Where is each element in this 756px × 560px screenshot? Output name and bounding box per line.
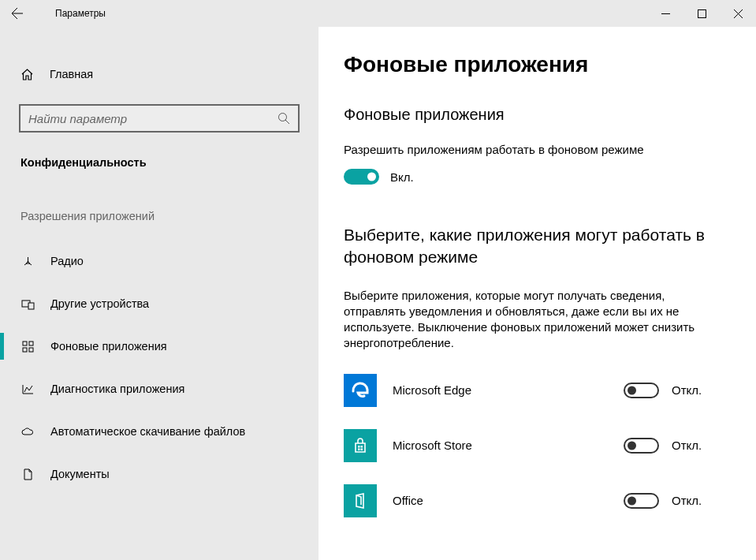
svg-rect-6 <box>28 303 34 309</box>
app-row-edge: Microsoft Edge Откл. <box>344 374 726 407</box>
svg-rect-1 <box>698 9 706 17</box>
search-icon <box>277 112 290 125</box>
cloud-icon <box>20 425 35 439</box>
app-toggle-state: Откл. <box>672 439 702 452</box>
maximize-button[interactable] <box>683 0 720 27</box>
sidebar-section: Конфиденциальность <box>20 156 318 169</box>
svg-rect-8 <box>29 342 33 345</box>
svg-rect-10 <box>29 348 33 352</box>
home-icon <box>20 68 34 81</box>
content-pane: Фоновые приложения Фоновые приложения Ра… <box>318 27 756 560</box>
apps-grid-icon <box>20 340 35 353</box>
svg-rect-14 <box>361 448 363 450</box>
sidebar-item-label: Диагностика приложения <box>50 383 184 395</box>
svg-rect-9 <box>23 348 27 352</box>
sidebar-item-label: Радио <box>50 255 84 267</box>
app-toggle-state: Откл. <box>672 494 702 507</box>
sidebar-item-radio[interactable]: Радио <box>0 240 318 282</box>
svg-rect-7 <box>23 342 27 345</box>
sidebar: Главная Конфиденциальность Разрешения пр… <box>0 27 318 560</box>
sidebar-item-label: Документы <box>50 468 110 480</box>
master-toggle[interactable] <box>344 169 379 185</box>
svg-rect-11 <box>358 446 360 448</box>
home-label: Главная <box>50 68 93 80</box>
app-list-description: Выберите приложения, которые могут получ… <box>344 288 726 352</box>
sidebar-item-label: Другие устройства <box>50 297 149 310</box>
sidebar-subsection: Разрешения приложений <box>20 210 318 222</box>
app-row-store: Microsoft Store Откл. <box>344 429 726 462</box>
app-list-title: Выберите, какие приложения могут работат… <box>344 224 706 269</box>
app-toggle[interactable] <box>624 493 659 509</box>
search-input[interactable] <box>28 112 277 125</box>
app-toggle[interactable] <box>624 438 659 454</box>
caption-buttons <box>647 0 756 27</box>
svg-rect-12 <box>361 446 363 448</box>
radio-icon <box>20 255 35 268</box>
master-toggle-state: Вкл. <box>390 170 414 184</box>
store-app-icon <box>344 429 377 462</box>
app-name: Office <box>393 494 608 507</box>
sidebar-item-other-devices[interactable]: Другие устройства <box>0 282 318 325</box>
section-description: Разрешить приложениям работать в фоновом… <box>344 143 726 156</box>
sidebar-item-documents[interactable]: Документы <box>0 453 318 495</box>
back-button[interactable] <box>0 0 35 27</box>
sidebar-item-app-diagnostics[interactable]: Диагностика приложения <box>0 368 318 410</box>
window-title: Параметры <box>55 8 106 19</box>
devices-icon <box>20 297 35 311</box>
page-title: Фоновые приложения <box>344 52 726 77</box>
edge-app-icon <box>344 374 377 407</box>
app-name: Microsoft Edge <box>393 383 608 397</box>
office-app-icon <box>344 484 377 517</box>
minimize-icon <box>661 9 670 18</box>
sidebar-item-label: Автоматическое скачивание файлов <box>50 425 245 438</box>
app-name: Microsoft Store <box>393 439 608 452</box>
arrow-left-icon <box>11 7 24 20</box>
svg-rect-13 <box>358 448 360 450</box>
section-title: Фоновые приложения <box>344 106 726 124</box>
app-toggle[interactable] <box>624 383 659 398</box>
sidebar-item-background-apps[interactable]: Фоновые приложения <box>0 325 318 368</box>
svg-line-3 <box>285 120 289 124</box>
sidebar-item-label: Фоновые приложения <box>50 340 167 353</box>
close-button[interactable] <box>720 0 756 27</box>
search-input-wrap[interactable] <box>19 104 300 133</box>
sidebar-item-auto-download[interactable]: Автоматическое скачивание файлов <box>0 410 318 453</box>
app-row-office: Office Откл. <box>344 484 726 517</box>
document-icon <box>20 468 35 481</box>
maximize-icon <box>698 9 706 18</box>
close-icon <box>734 9 743 18</box>
home-link[interactable]: Главная <box>0 57 318 91</box>
minimize-button[interactable] <box>647 0 683 27</box>
titlebar: Параметры <box>0 0 756 27</box>
diagnostics-icon <box>20 383 35 396</box>
app-toggle-state: Откл. <box>672 383 702 397</box>
svg-point-4 <box>27 261 28 263</box>
